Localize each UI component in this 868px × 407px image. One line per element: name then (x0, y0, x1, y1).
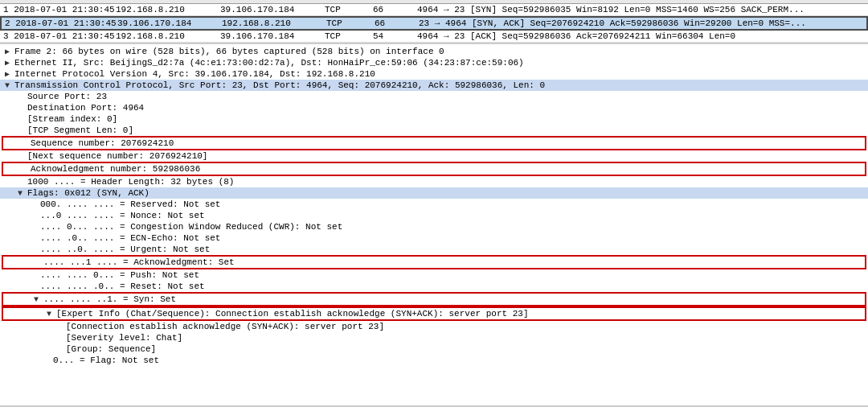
detail-line[interactable]: [TCP Segment Len: 0] (0, 125, 868, 136)
detail-line[interactable]: [Group: Sequence] (0, 343, 868, 355)
detail-text: Ethernet II, Src: BeijingS_d2:7a (4c:e1:… (14, 58, 524, 68)
packet-len: 66 (375, 18, 419, 28)
packet-rows: 1 2018-07-01 21:30:45.919782 192.168.8.2… (0, 4, 868, 43)
detail-text: 000. .... .... = Reserved: Not set (40, 199, 220, 209)
packet-row[interactable]: 2 2018-07-01 21:30:45.933324 39.106.170.… (0, 16, 868, 31)
detail-text: .... .0.. .... = ECN-Echo: Not set (40, 233, 220, 243)
detail-text: Sequence number: 2076924210 (31, 138, 174, 148)
detail-line[interactable]: .... .0.. .... = ECN-Echo: Not set (0, 232, 868, 244)
detail-text: Destination Port: 4964 (27, 103, 144, 113)
detail-line[interactable]: .... 0... .... = Congestion Window Reduc… (0, 221, 868, 232)
no-arrow (31, 212, 40, 220)
detail-line[interactable]: ▼Transmission Control Protocol, Src Port… (0, 80, 868, 91)
no-arrow (21, 139, 31, 148)
packet-detail-pane: ▶Frame 2: 66 bytes on wire (528 bits), 6… (0, 44, 868, 407)
expand-arrow-icon: ▼ (34, 295, 43, 304)
detail-line[interactable]: [Stream index: 0] (0, 113, 868, 125)
detail-text: Transmission Control Protocol, Src Port:… (14, 80, 545, 90)
detail-line[interactable]: ...0 .... .... = Nonce: Not set (0, 210, 868, 221)
packet-row[interactable]: 3 2018-07-01 21:30:45.933587 192.168.8.2… (0, 31, 868, 43)
detail-line[interactable]: [Severity level: Chat] (0, 332, 868, 343)
detail-line[interactable]: Source Port: 23 (0, 91, 868, 102)
packet-time: 2 2018-07-01 21:30:45.933324 (5, 18, 117, 28)
no-arrow (18, 92, 27, 101)
detail-lines: ▶Frame 2: 66 bytes on wire (528 bits), 6… (0, 46, 868, 366)
detail-line[interactable]: [Next sequence number: 2076924210] (0, 150, 868, 162)
detail-text: 1000 .... = Header Length: 32 bytes (8) (27, 177, 234, 187)
packet-src: 39.106.170.184 (117, 18, 222, 28)
detail-line[interactable]: ▼[Expert Info (Chat/Sequence): Connectio… (2, 306, 866, 321)
detail-line[interactable]: Acknowledgment number: 592986036 (2, 162, 866, 176)
no-arrow (31, 200, 40, 209)
no-arrow (31, 271, 40, 280)
detail-line[interactable]: ▶Frame 2: 66 bytes on wire (528 bits), 6… (0, 46, 868, 57)
expand-arrow-icon: ▼ (47, 310, 56, 319)
detail-text: [Expert Info (Chat/Sequence): Connection… (56, 309, 529, 319)
detail-text: .... 0... .... = Congestion Window Reduc… (40, 222, 342, 232)
expand-arrow-icon: ▼ (5, 81, 14, 90)
detail-text: ...0 .... .... = Nonce: Not set (40, 211, 205, 220)
detail-line[interactable]: 1000 .... = Header Length: 32 bytes (8) (0, 176, 868, 187)
detail-text: 0... = Flag: Not set (53, 356, 159, 365)
packet-dst: 39.106.170.184 (220, 5, 325, 14)
no-arrow (56, 345, 66, 354)
detail-line[interactable]: ▼Flags: 0x012 (SYN, ACK) (0, 187, 868, 199)
detail-text: Frame 2: 66 bytes on wire (528 bits), 66… (14, 47, 444, 56)
detail-line[interactable]: Sequence number: 2076924210 (2, 136, 866, 150)
detail-text: [Stream index: 0] (27, 114, 117, 124)
no-arrow (18, 104, 27, 113)
detail-line[interactable]: .... .... .0.. = Reset: Not set (0, 281, 868, 292)
detail-text: [TCP Segment Len: 0] (27, 125, 133, 135)
no-arrow (18, 152, 27, 161)
packet-list-pane: 1 2018-07-01 21:30:45.919782 192.168.8.2… (0, 0, 868, 44)
packet-row[interactable]: 1 2018-07-01 21:30:45.919782 192.168.8.2… (0, 4, 868, 16)
expand-arrow-icon: ▶ (5, 69, 14, 79)
detail-text: Internet Protocol Version 4, Src: 39.106… (14, 69, 375, 79)
no-arrow (56, 334, 66, 343)
detail-text: [Next sequence number: 2076924210] (27, 151, 207, 161)
detail-text: .... .... .0.. = Reset: Not set (40, 282, 205, 291)
no-arrow (31, 223, 40, 232)
packet-time: 1 2018-07-01 21:30:45.919782 (3, 5, 116, 14)
packet-proto: TCP (325, 31, 373, 41)
no-arrow (18, 115, 27, 124)
no-arrow (31, 234, 40, 243)
detail-line[interactable]: .... ...1 .... = Acknowledgment: Set (2, 255, 866, 269)
no-arrow (34, 258, 43, 267)
no-arrow (21, 165, 31, 174)
detail-text: Source Port: 23 (27, 92, 107, 101)
detail-text: .... ...1 .... = Acknowledgment: Set (43, 257, 235, 267)
detail-line[interactable]: ▶Internet Protocol Version 4, Src: 39.10… (0, 68, 868, 80)
detail-line[interactable]: 0... = Flag: Not set (0, 355, 868, 366)
packet-info: 23 → 4964 [SYN, ACK] Seq=2076924210 Ack=… (419, 18, 863, 28)
packet-src: 192.168.8.210 (116, 5, 220, 14)
packet-len: 66 (373, 5, 417, 14)
detail-line[interactable]: Destination Port: 4964 (0, 102, 868, 113)
detail-text: Acknowledgment number: 592986036 (31, 164, 200, 174)
detail-line[interactable]: ▶Ethernet II, Src: BeijingS_d2:7a (4c:e1… (0, 57, 868, 68)
detail-line[interactable]: [Connection establish acknowledge (SYN+A… (0, 321, 868, 332)
packet-src: 192.168.8.210 (116, 31, 220, 41)
detail-line[interactable]: .... .... 0... = Push: Not set (0, 269, 868, 281)
detail-text: [Connection establish acknowledge (SYN+A… (66, 322, 384, 331)
detail-line[interactable]: .... ..0. .... = Urgent: Not set (0, 244, 868, 255)
no-arrow (43, 356, 53, 365)
packet-len: 54 (373, 31, 417, 41)
packet-dst: 192.168.8.210 (222, 18, 326, 28)
detail-text: Flags: 0x012 (SYN, ACK) (27, 188, 149, 198)
detail-text: .... .... 0... = Push: Not set (40, 270, 199, 280)
detail-text: [Group: Sequence] (66, 344, 156, 354)
detail-text: [Severity level: Chat] (66, 333, 182, 343)
no-arrow (31, 245, 40, 254)
packet-time: 3 2018-07-01 21:30:45.933587 (3, 31, 116, 41)
detail-line[interactable]: ▼.... .... ..1. = Syn: Set (2, 292, 866, 306)
no-arrow (18, 178, 27, 187)
detail-text: .... ..0. .... = Urgent: Not set (40, 245, 210, 254)
packet-info: 4964 → 23 [SYN] Seq=592986035 Win=8192 L… (417, 5, 865, 14)
detail-text: .... .... ..1. = Syn: Set (43, 294, 176, 304)
no-arrow (31, 282, 40, 291)
detail-line[interactable]: 000. .... .... = Reserved: Not set (0, 199, 868, 210)
packet-dst: 39.106.170.184 (220, 31, 325, 41)
packet-info: 4964 → 23 [ACK] Seq=592986036 Ack=207692… (417, 31, 865, 41)
no-arrow (56, 323, 66, 331)
